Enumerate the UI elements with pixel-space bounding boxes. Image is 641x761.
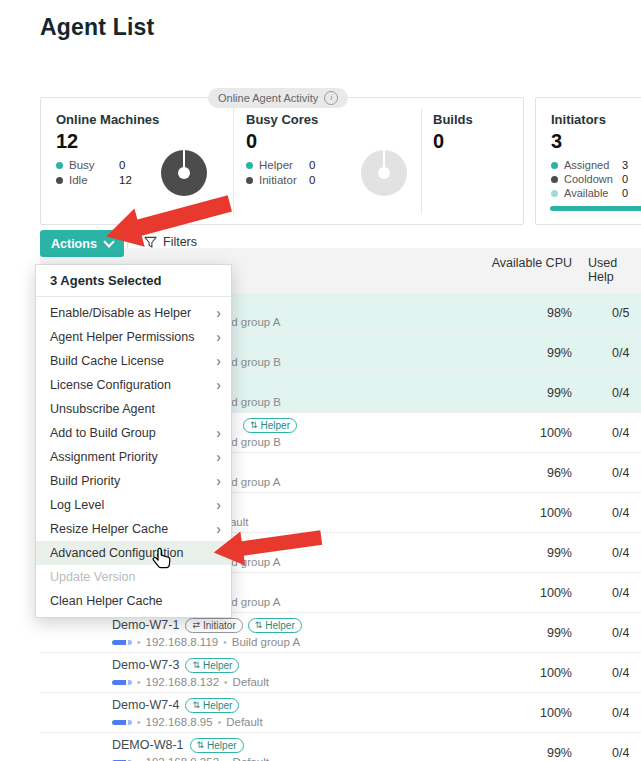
legend-label: Available: [564, 187, 616, 199]
bullet-separator: •: [224, 677, 228, 688]
actions-button[interactable]: Actions: [40, 230, 124, 257]
menu-item-label: Resize Helper Cache: [50, 522, 168, 536]
online-agent-activity-pill: Online Agent Activity i: [208, 88, 348, 108]
table-row[interactable]: Demo-W7-4 ⇅ Helper • 192.168.8.95 • Defa…: [40, 693, 641, 733]
legend-item: Available0: [551, 187, 628, 199]
online-machines-value: 12: [56, 130, 159, 153]
menu-item[interactable]: Add to Build Group ›: [36, 421, 231, 445]
builds-value: 0: [433, 130, 473, 153]
cores-bar-icon: [112, 680, 132, 685]
used-helper-value: 0/4: [612, 493, 629, 533]
agent-detail-line: Default: [212, 516, 512, 528]
used-helper-value: 0/4: [612, 413, 629, 453]
used-helper-value: 0/4: [612, 693, 629, 733]
legend-label: Idle: [69, 174, 113, 186]
table-row[interactable]: Demo-W7-3 ⇅ Helper • 192.168.8.132 • Def…: [40, 653, 641, 693]
helper-badge: ⇅ Helper: [185, 698, 239, 713]
menu-item[interactable]: Resize Helper Cache ›: [36, 517, 231, 541]
legend-dot-icon: [551, 176, 558, 183]
legend-label: Cooldown: [564, 173, 616, 185]
badge-icon: ⇄: [192, 620, 200, 630]
column-header-used-helper[interactable]: Used Help: [588, 256, 641, 284]
filters-button[interactable]: Filters: [138, 234, 203, 250]
agent-name: Demo-W7-3: [112, 658, 179, 672]
busy-cores-section: Busy Cores 0 Helper0Initiator0: [246, 112, 318, 189]
table-row[interactable]: DEMO-W8-1 ⇅ Helper • 192.168.9.252 • Def…: [40, 733, 641, 761]
agent-detail-line: Build group B: [212, 356, 512, 368]
menu-item-label: Update Version: [50, 570, 135, 584]
helper-badge: ⇅ Helper: [243, 418, 297, 433]
agent-build-group: Default: [233, 676, 269, 688]
table-row[interactable]: Demo-W7-1 ⇄ Initiator ⇅ Helper • 192.168…: [40, 613, 641, 653]
agent-detail-line: Build group A: [212, 596, 512, 608]
info-icon[interactable]: i: [324, 91, 338, 105]
menu-item-label: Log Level: [50, 498, 104, 512]
initiators-assigned-bar: [550, 206, 641, 211]
agent-ip: 192.168.8.119: [146, 636, 219, 648]
menu-item[interactable]: Agent Helper Permissions ›: [36, 325, 231, 349]
available-cpu-value: 100%: [540, 493, 572, 533]
agent-ip: 192.168.9.252: [146, 756, 220, 761]
available-cpu-value: 100%: [540, 653, 572, 693]
page-title: Agent List: [40, 14, 154, 41]
badge-label: Helper: [207, 740, 236, 751]
agent-detail-line: Build group B: [212, 436, 512, 448]
menu-item[interactable]: Advanced Configuration: [36, 541, 231, 565]
menu-item-label: Add to Build Group: [50, 426, 156, 440]
menu-item[interactable]: Clean Helper Cache: [36, 589, 231, 613]
funnel-icon: [144, 236, 157, 249]
menu-item-label: Advanced Configuration: [50, 546, 183, 560]
initiators-section: Initiators 3 Assigned3Cooldown0Available…: [551, 112, 628, 201]
busy-cores-donut-chart: [361, 150, 407, 196]
column-header-available-cpu[interactable]: Available CPU: [492, 256, 572, 270]
submenu-chevron-icon: ›: [216, 517, 221, 541]
used-helper-value: 0/4: [612, 573, 629, 613]
legend-item: Initiator0: [246, 174, 318, 186]
submenu-chevron-icon: ›: [216, 493, 221, 517]
bullet-separator: •: [224, 757, 228, 761]
agent-badges: ⇅ Helper: [243, 418, 297, 433]
used-helper-value: 0/4: [612, 733, 629, 761]
submenu-chevron-icon: ›: [216, 301, 221, 325]
menu-item[interactable]: Build Priority ›: [36, 469, 231, 493]
submenu-chevron-icon: ›: [216, 421, 221, 445]
agent-name-cell: Demo-W7-3 ⇅ Helper • 192.168.8.132 • Def…: [112, 657, 512, 688]
menu-item-label: License Configuration: [50, 378, 171, 392]
busy-cores-value: 0: [246, 130, 318, 153]
menu-header: 3 Agents Selected: [36, 265, 231, 297]
online-machines-section: Online Machines 12 Busy0Idle12: [56, 112, 159, 189]
initiators-card: Initiators 3 Assigned3Cooldown0Available…: [535, 97, 641, 225]
badge-label: Helper: [261, 420, 290, 431]
badge-icon: ⇅: [192, 660, 200, 670]
menu-item[interactable]: Unsubscribe Agent: [36, 397, 231, 421]
available-cpu-value: 99%: [547, 733, 572, 761]
menu-item[interactable]: Enable/Disable as Helper ›: [36, 301, 231, 325]
online-machines-donut-chart: [161, 150, 207, 196]
legend-value: 12: [119, 174, 132, 186]
menu-item-label: Clean Helper Cache: [50, 594, 163, 608]
helper-badge: ⇅ Helper: [190, 738, 244, 753]
available-cpu-value: 100%: [540, 413, 572, 453]
legend-item: Idle12: [56, 174, 159, 186]
menu-item[interactable]: Build Cache License ›: [36, 349, 231, 373]
agent-detail-line: Build group B: [212, 396, 512, 408]
builds-section: Builds 0: [433, 112, 473, 153]
badge-icon: ⇅: [255, 620, 263, 630]
legend-label: Initiator: [259, 174, 303, 186]
menu-item[interactable]: Assignment Priority ›: [36, 445, 231, 469]
used-helper-value: 0/4: [612, 533, 629, 573]
menu-item[interactable]: Log Level ›: [36, 493, 231, 517]
legend-dot-icon: [246, 177, 253, 184]
menu-item[interactable]: License Configuration ›: [36, 373, 231, 397]
legend-dot-icon: [551, 190, 558, 197]
bullet-separator: •: [223, 637, 227, 648]
agent-detail-line: Build group A: [212, 316, 512, 328]
actions-dropdown-menu: 3 Agents Selected Enable/Disable as Help…: [35, 264, 232, 618]
agent-badges: ⇅ Helper: [185, 658, 239, 673]
used-helper-value: 0/4: [612, 453, 629, 493]
helper-badge: ⇅ Helper: [185, 658, 239, 673]
agent-build-group: Default: [226, 716, 262, 728]
submenu-chevron-icon: ›: [216, 325, 221, 349]
bullet-separator: •: [137, 757, 141, 761]
agent-badges: ⇅ Helper: [190, 738, 244, 753]
